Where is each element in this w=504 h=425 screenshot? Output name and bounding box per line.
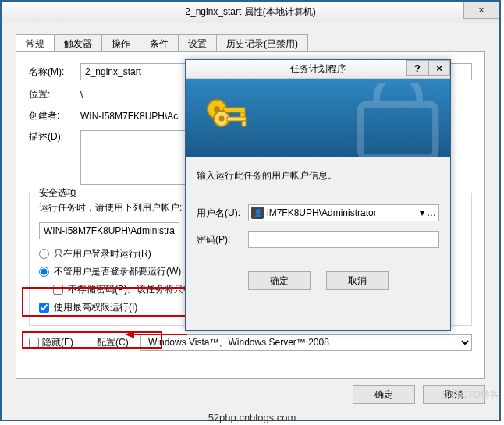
password-input[interactable]: [248, 231, 439, 248]
dialog-help-button[interactable]: ?: [406, 60, 428, 76]
tab-triggers[interactable]: 触发器: [54, 34, 102, 51]
ok-button[interactable]: 确定: [353, 385, 415, 404]
tab-general[interactable]: 常规: [16, 34, 55, 51]
descr-label: 描述(D):: [29, 130, 80, 143]
chevron-down-icon: ▾ …: [420, 207, 436, 218]
main-button-row: 确定 取消: [2, 379, 499, 410]
account-input[interactable]: [39, 222, 179, 239]
radio-logged-label: 只在用户登录时运行(R): [54, 247, 151, 260]
dialog-title: 任务计划程序: [290, 62, 346, 76]
svg-rect-9: [242, 121, 246, 126]
security-legend: 安全选项: [36, 186, 80, 200]
tab-actions[interactable]: 操作: [101, 34, 140, 51]
close-button[interactable]: ×: [463, 2, 499, 19]
config-select[interactable]: Windows Vista™、Windows Server™ 2008: [140, 334, 472, 351]
banner-bg-icon: [349, 83, 450, 157]
svg-rect-8: [227, 117, 246, 121]
user-select[interactable]: 👤 iM7FK8UPH\Administrator ▾ …: [248, 204, 439, 221]
svg-point-7: [219, 115, 225, 121]
keys-icon: [201, 92, 251, 144]
user-value: iM7FK8UPH\Administrator: [267, 207, 377, 218]
radio-logged-on[interactable]: [39, 249, 49, 259]
tab-settings[interactable]: 设置: [178, 34, 217, 51]
dialog-close-button[interactable]: ×: [428, 60, 450, 76]
watermark: @51CTO博客: [441, 388, 499, 402]
creator-label: 创建者:: [29, 109, 80, 122]
dialog-prompt: 输入运行此任务的用户帐户信息。: [197, 169, 439, 182]
footer-text: 52php.cnblogs.com: [0, 412, 504, 423]
radio-always-label: 不管用户是否登录都要运行(W): [54, 265, 181, 278]
location-value: \: [80, 90, 83, 101]
user-label: 用户名(U):: [197, 207, 248, 220]
tab-bar: 常规 触发器 操作 条件 设置 历史记录(已禁用): [2, 23, 499, 51]
name-label: 名称(M):: [29, 66, 80, 79]
tab-history[interactable]: 历史记录(已禁用): [216, 34, 308, 51]
dialog-banner: [186, 79, 450, 157]
arrow-icon: [125, 324, 187, 345]
avatar-icon: 👤: [251, 207, 264, 219]
highlight-box-radio: [22, 287, 187, 317]
titlebar[interactable]: 2_nginx_start 属性(本地计算机) ×: [2, 2, 499, 23]
tab-conditions[interactable]: 条件: [140, 34, 179, 51]
dialog-titlebar[interactable]: 任务计划程序 ? ×: [186, 60, 450, 79]
dialog-cancel-button[interactable]: 取消: [326, 271, 389, 290]
window-title: 2_nginx_start 属性(本地计算机): [185, 5, 315, 19]
radio-always[interactable]: [39, 267, 49, 277]
credentials-dialog: 任务计划程序 ? × 输入运行此任务的用户帐户信息。 用户名(U): 👤 iM7…: [185, 59, 451, 331]
creator-value: WIN-I58M7FK8UPH\Ac: [80, 111, 178, 122]
dialog-ok-button[interactable]: 确定: [248, 271, 311, 290]
pass-label: 密码(P):: [197, 233, 248, 246]
svg-rect-10: [360, 104, 435, 158]
location-label: 位置:: [29, 88, 80, 101]
svg-marker-1: [125, 331, 134, 338]
